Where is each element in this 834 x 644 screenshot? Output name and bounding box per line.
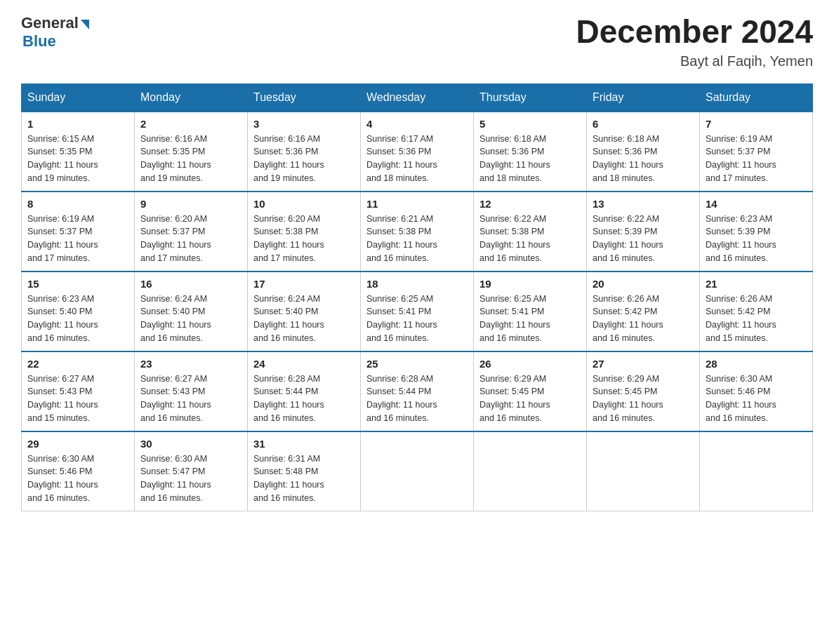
calendar-cell: 17 Sunrise: 6:24 AM Sunset: 5:40 PM Dayl… xyxy=(248,271,361,351)
day-info: Sunrise: 6:26 AM Sunset: 5:42 PM Dayligh… xyxy=(706,293,807,345)
day-number: 11 xyxy=(366,198,468,210)
calendar-cell xyxy=(587,431,700,511)
calendar-week-row-4: 22 Sunrise: 6:27 AM Sunset: 5:43 PM Dayl… xyxy=(22,351,813,431)
calendar-cell: 5 Sunrise: 6:18 AM Sunset: 5:36 PM Dayli… xyxy=(474,112,587,192)
day-info: Sunrise: 6:29 AM Sunset: 5:45 PM Dayligh… xyxy=(479,373,581,425)
day-number: 20 xyxy=(593,278,694,290)
calendar-cell: 31 Sunrise: 6:31 AM Sunset: 5:48 PM Dayl… xyxy=(248,431,361,511)
calendar-header-monday: Monday xyxy=(135,83,248,112)
day-number: 15 xyxy=(27,278,128,290)
day-number: 29 xyxy=(27,438,128,450)
calendar-cell: 4 Sunrise: 6:17 AM Sunset: 5:36 PM Dayli… xyxy=(361,112,474,192)
day-number: 25 xyxy=(366,358,468,370)
day-number: 30 xyxy=(140,438,241,450)
main-title: December 2024 xyxy=(576,14,813,50)
calendar-week-row-3: 15 Sunrise: 6:23 AM Sunset: 5:40 PM Dayl… xyxy=(22,271,813,351)
day-number: 1 xyxy=(27,118,128,130)
logo: General Blue xyxy=(21,14,89,51)
day-info: Sunrise: 6:25 AM Sunset: 5:41 PM Dayligh… xyxy=(479,293,581,345)
calendar-cell: 25 Sunrise: 6:28 AM Sunset: 5:44 PM Dayl… xyxy=(361,351,474,431)
calendar-cell: 11 Sunrise: 6:21 AM Sunset: 5:38 PM Dayl… xyxy=(361,192,474,271)
day-number: 26 xyxy=(479,358,581,370)
logo-triangle-icon xyxy=(81,20,89,29)
calendar-cell: 26 Sunrise: 6:29 AM Sunset: 5:45 PM Dayl… xyxy=(474,351,587,431)
calendar-header-tuesday: Tuesday xyxy=(248,83,361,112)
day-info: Sunrise: 6:28 AM Sunset: 5:44 PM Dayligh… xyxy=(253,373,355,425)
calendar-cell xyxy=(474,431,587,511)
calendar-cell: 13 Sunrise: 6:22 AM Sunset: 5:39 PM Dayl… xyxy=(587,192,700,271)
day-number: 12 xyxy=(479,198,581,210)
day-number: 24 xyxy=(253,358,355,370)
calendar-cell: 29 Sunrise: 6:30 AM Sunset: 5:46 PM Dayl… xyxy=(22,431,135,511)
day-number: 2 xyxy=(140,118,241,130)
calendar-cell xyxy=(700,431,813,511)
calendar-table: SundayMondayTuesdayWednesdayThursdayFrid… xyxy=(21,83,813,511)
day-info: Sunrise: 6:23 AM Sunset: 5:39 PM Dayligh… xyxy=(706,213,807,265)
day-info: Sunrise: 6:21 AM Sunset: 5:38 PM Dayligh… xyxy=(366,213,468,265)
day-info: Sunrise: 6:31 AM Sunset: 5:48 PM Dayligh… xyxy=(253,452,355,505)
day-number: 9 xyxy=(140,198,241,210)
calendar-cell: 8 Sunrise: 6:19 AM Sunset: 5:37 PM Dayli… xyxy=(22,192,135,271)
calendar-cell: 24 Sunrise: 6:28 AM Sunset: 5:44 PM Dayl… xyxy=(248,351,361,431)
day-info: Sunrise: 6:15 AM Sunset: 5:35 PM Dayligh… xyxy=(27,133,128,185)
calendar-header-friday: Friday xyxy=(587,83,700,112)
day-number: 8 xyxy=(27,198,128,210)
calendar-cell: 23 Sunrise: 6:27 AM Sunset: 5:43 PM Dayl… xyxy=(135,351,248,431)
calendar-week-row-5: 29 Sunrise: 6:30 AM Sunset: 5:46 PM Dayl… xyxy=(22,431,813,511)
calendar-header-row: SundayMondayTuesdayWednesdayThursdayFrid… xyxy=(22,83,813,112)
calendar-cell: 6 Sunrise: 6:18 AM Sunset: 5:36 PM Dayli… xyxy=(587,112,700,192)
day-info: Sunrise: 6:27 AM Sunset: 5:43 PM Dayligh… xyxy=(27,373,128,425)
day-number: 6 xyxy=(593,118,694,130)
day-number: 28 xyxy=(706,358,807,370)
day-info: Sunrise: 6:30 AM Sunset: 5:47 PM Dayligh… xyxy=(140,452,241,505)
day-number: 21 xyxy=(706,278,807,290)
day-number: 17 xyxy=(253,278,355,290)
day-info: Sunrise: 6:24 AM Sunset: 5:40 PM Dayligh… xyxy=(253,293,355,345)
calendar-cell: 2 Sunrise: 6:16 AM Sunset: 5:35 PM Dayli… xyxy=(135,112,248,192)
logo-general-text: General xyxy=(21,14,79,32)
day-info: Sunrise: 6:16 AM Sunset: 5:36 PM Dayligh… xyxy=(253,133,355,185)
calendar-cell: 7 Sunrise: 6:19 AM Sunset: 5:37 PM Dayli… xyxy=(700,112,813,192)
day-info: Sunrise: 6:20 AM Sunset: 5:38 PM Dayligh… xyxy=(253,213,355,265)
calendar-cell: 1 Sunrise: 6:15 AM Sunset: 5:35 PM Dayli… xyxy=(22,112,135,192)
day-info: Sunrise: 6:29 AM Sunset: 5:45 PM Dayligh… xyxy=(593,373,694,425)
calendar-cell: 19 Sunrise: 6:25 AM Sunset: 5:41 PM Dayl… xyxy=(474,271,587,351)
calendar-header-sunday: Sunday xyxy=(22,83,135,112)
day-number: 19 xyxy=(479,278,581,290)
day-info: Sunrise: 6:23 AM Sunset: 5:40 PM Dayligh… xyxy=(27,293,128,345)
calendar-cell: 14 Sunrise: 6:23 AM Sunset: 5:39 PM Dayl… xyxy=(700,192,813,271)
day-number: 14 xyxy=(706,198,807,210)
calendar-cell: 21 Sunrise: 6:26 AM Sunset: 5:42 PM Dayl… xyxy=(700,271,813,351)
day-number: 3 xyxy=(253,118,355,130)
calendar-cell: 27 Sunrise: 6:29 AM Sunset: 5:45 PM Dayl… xyxy=(587,351,700,431)
calendar-cell: 3 Sunrise: 6:16 AM Sunset: 5:36 PM Dayli… xyxy=(248,112,361,192)
calendar-cell: 10 Sunrise: 6:20 AM Sunset: 5:38 PM Dayl… xyxy=(248,192,361,271)
day-number: 5 xyxy=(479,118,581,130)
day-info: Sunrise: 6:18 AM Sunset: 5:36 PM Dayligh… xyxy=(593,133,694,185)
day-info: Sunrise: 6:27 AM Sunset: 5:43 PM Dayligh… xyxy=(140,373,241,425)
day-number: 23 xyxy=(140,358,241,370)
day-info: Sunrise: 6:26 AM Sunset: 5:42 PM Dayligh… xyxy=(593,293,694,345)
day-info: Sunrise: 6:16 AM Sunset: 5:35 PM Dayligh… xyxy=(140,133,241,185)
day-number: 10 xyxy=(253,198,355,210)
day-number: 16 xyxy=(140,278,241,290)
calendar-header-saturday: Saturday xyxy=(700,83,813,112)
day-info: Sunrise: 6:22 AM Sunset: 5:39 PM Dayligh… xyxy=(593,213,694,265)
calendar-week-row-2: 8 Sunrise: 6:19 AM Sunset: 5:37 PM Dayli… xyxy=(22,192,813,271)
page-header: General Blue December 2024 Bayt al Faqih… xyxy=(21,14,813,69)
calendar-cell: 30 Sunrise: 6:30 AM Sunset: 5:47 PM Dayl… xyxy=(135,431,248,511)
day-info: Sunrise: 6:30 AM Sunset: 5:46 PM Dayligh… xyxy=(27,452,128,505)
day-info: Sunrise: 6:25 AM Sunset: 5:41 PM Dayligh… xyxy=(366,293,468,345)
day-number: 4 xyxy=(366,118,468,130)
calendar-cell: 15 Sunrise: 6:23 AM Sunset: 5:40 PM Dayl… xyxy=(22,271,135,351)
day-info: Sunrise: 6:20 AM Sunset: 5:37 PM Dayligh… xyxy=(140,213,241,265)
calendar-header-thursday: Thursday xyxy=(474,83,587,112)
calendar-cell: 22 Sunrise: 6:27 AM Sunset: 5:43 PM Dayl… xyxy=(22,351,135,431)
day-number: 7 xyxy=(706,118,807,130)
day-info: Sunrise: 6:30 AM Sunset: 5:46 PM Dayligh… xyxy=(706,373,807,425)
day-info: Sunrise: 6:22 AM Sunset: 5:38 PM Dayligh… xyxy=(479,213,581,265)
subtitle: Bayt al Faqih, Yemen xyxy=(576,53,813,69)
day-info: Sunrise: 6:18 AM Sunset: 5:36 PM Dayligh… xyxy=(479,133,581,185)
calendar-cell: 28 Sunrise: 6:30 AM Sunset: 5:46 PM Dayl… xyxy=(700,351,813,431)
day-info: Sunrise: 6:24 AM Sunset: 5:40 PM Dayligh… xyxy=(140,293,241,345)
